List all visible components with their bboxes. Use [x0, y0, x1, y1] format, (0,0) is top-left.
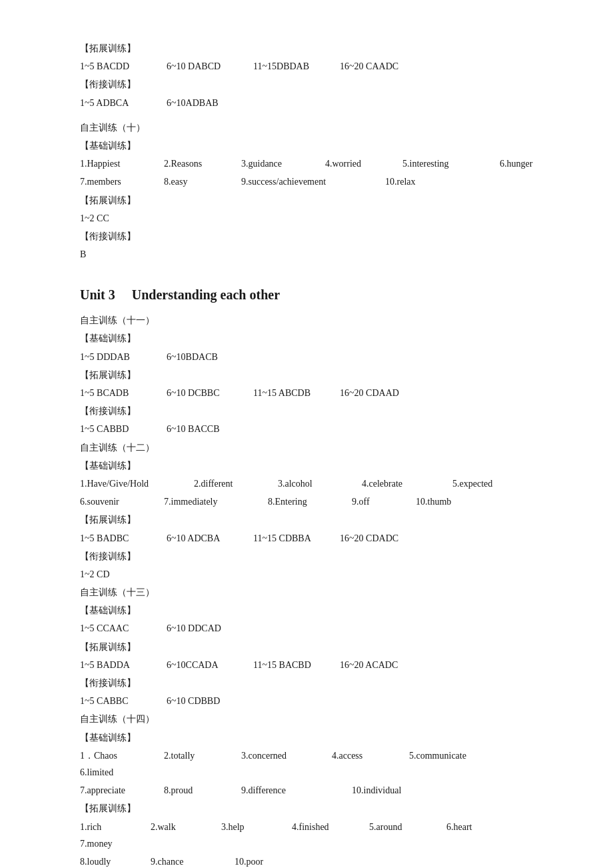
bracket-label: 【基础训练】	[80, 729, 533, 746]
answer-cell: 1~5 CABBD	[80, 421, 167, 437]
word-cell: 8.loudly	[80, 853, 140, 868]
answers-row: 1~5 CABBD 6~10 BACCB	[80, 421, 533, 437]
answers-row: 1~5 CABBC 6~10 CDBBD	[80, 693, 533, 709]
answers-row: 1~5 DDDAB 6~10BDACB	[80, 349, 533, 365]
bracket-label: 【拓展训练】	[80, 192, 533, 209]
bracket-label: 【拓展训练】	[80, 367, 533, 383]
answer-cell: 1~5 CCAAC	[80, 620, 167, 637]
answer-cell: 1~5 DDDAB	[80, 349, 167, 365]
word-cell: 5.interesting	[402, 155, 489, 172]
word-cell: 10.relax	[385, 173, 415, 190]
word-cell: 2.walk	[151, 819, 211, 835]
word-cell: 3.concerned	[241, 747, 321, 764]
word-cell: 2.different	[194, 475, 267, 492]
answer-cc: 1~2 CC	[80, 210, 533, 227]
bracket-label: 【衔接训练】	[80, 403, 533, 419]
document-body: 【拓展训练】 1~5 BACDD 6~10 DABCD 11~15DBDAB 1…	[80, 40, 533, 868]
bracket-label: 【基础训练】	[80, 330, 533, 347]
bracket-label: 【拓展训练】	[80, 800, 533, 817]
word-cell: 3.guidance	[241, 155, 314, 172]
section-title-14: 自主训练（十四）	[80, 711, 533, 727]
answer-cell: 16~20 CDAAD	[340, 385, 426, 401]
answers-row: 1~5 CCAAC 6~10 DDCAD	[80, 620, 533, 637]
word-cell: 10.individual	[352, 782, 401, 799]
word-cell: 10.poor	[235, 853, 263, 868]
word-cell: 3.help	[221, 819, 281, 835]
word-cell: 7.immediately	[164, 493, 257, 510]
answer-cell: 6~10 DCBBC	[167, 385, 253, 401]
word-cell: 1.rich	[80, 819, 140, 835]
word-cell: 5.communicate	[409, 747, 502, 764]
word-row-10b: 7.members 8.easy 9.success/achievement 1…	[80, 173, 533, 190]
word-cell: 4.worried	[325, 155, 392, 172]
word-row-14b: 7.appreciate 8.proud 9.difference 10.ind…	[80, 782, 533, 799]
bracket-label: 【拓展训练】	[80, 511, 533, 528]
answers-row-2: 1~5 ADBCA 6~10ADBAB	[80, 95, 533, 111]
word-cell: 4.access	[332, 747, 398, 764]
word-cell: 9.success/achievement	[241, 173, 374, 190]
answer-cell: 6~10 BACCB	[167, 421, 253, 437]
bracket-label: 【基础训练】	[80, 602, 533, 619]
word-row-12b: 6.souvenir 7.immediately 8.Entering 9.of…	[80, 493, 533, 510]
section-zi-zhu-10: 自主训练（十） 【基础训练】 1.Happiest 2.Reasons 3.gu…	[80, 119, 533, 263]
answer-cell: 11~15DBDAB	[253, 58, 340, 75]
answer-cell: 6~10 DDCAD	[167, 620, 253, 637]
word-cell: 6.hunger	[500, 155, 532, 172]
answers-row: 1~5 BADDA 6~10CCADA 11~15 BACBD 16~20 AC…	[80, 657, 533, 673]
answer-cell: 6~10BDACB	[167, 349, 253, 365]
answer-cell: 6~10CCADA	[167, 657, 253, 673]
word-cell: 1.Have/Give/Hold	[80, 475, 183, 492]
section-zi-zhu-11: 自主训练（十一） 【基础训练】 1~5 DDDAB 6~10BDACB 【拓展训…	[80, 312, 533, 437]
section-tuo-zhan-1: 【拓展训练】 1~5 BACDD 6~10 DABCD 11~15DBDAB 1…	[80, 40, 533, 111]
word-cell: 6.limited	[80, 764, 113, 781]
word-cell: 7.appreciate	[80, 782, 153, 799]
answer-cell: 1~5 BACDD	[80, 58, 167, 75]
word-cell: 4.finished	[292, 819, 358, 835]
section-title-13: 自主训练（十三）	[80, 584, 533, 601]
word-row-14a: 1．Chaos 2.totally 3.concerned 4.access 5…	[80, 747, 533, 781]
section-zi-zhu-13: 自主训练（十三） 【基础训练】 1~5 CCAAC 6~10 DDCAD 【拓展…	[80, 584, 533, 709]
section-title-12: 自主训练（十二）	[80, 439, 533, 456]
answer-cd: 1~2 CD	[80, 566, 533, 583]
section-zi-zhu-12: 自主训练（十二） 【基础训练】 1.Have/Give/Hold 2.diffe…	[80, 439, 533, 583]
answer-cell: 6~10 ADCBA	[167, 530, 253, 547]
answer-cell: 16~20 ACADC	[340, 657, 426, 673]
bracket-label: 【拓展训练】	[80, 639, 533, 655]
answers-row: 1~5 BCADB 6~10 DCBBC 11~15 ABCDB 16~20 C…	[80, 385, 533, 401]
bracket-label: 【衔接训练】	[80, 228, 533, 245]
bracket-label: 【基础训练】	[80, 137, 533, 154]
section-title-11: 自主训练（十一）	[80, 312, 533, 329]
answer-cell: 6~10 CDBBD	[167, 693, 253, 709]
word-cell: 9.difference	[241, 782, 341, 799]
word-cell: 8.proud	[164, 782, 231, 799]
answer-cell: 1~5 BCADB	[80, 385, 167, 401]
word-cell: 5.expected	[452, 475, 492, 492]
word-cell: 9.off	[352, 493, 405, 510]
answer-b: B	[80, 246, 533, 263]
section-title-10: 自主训练（十）	[80, 119, 533, 136]
answer-cell: 1~5 CABBC	[80, 693, 167, 709]
word-cell: 10.thumb	[416, 493, 451, 510]
unit3-heading: Unit 3 Understanding each other	[80, 283, 533, 307]
answer-cell: 11~15 CDBBA	[253, 530, 340, 547]
bracket-label: 【衔接训练】	[80, 548, 533, 565]
word-cell: 8.easy	[164, 173, 231, 190]
word-cell: 6.souvenir	[80, 493, 153, 510]
word-cell: 1.Happiest	[80, 155, 153, 172]
section-zi-zhu-14: 自主训练（十四） 【基础训练】 1．Chaos 2.totally 3.conc…	[80, 711, 533, 868]
bracket-label-1: 【拓展训练】	[80, 40, 533, 57]
bracket-label-2: 【衔接训练】	[80, 76, 533, 93]
word-cell: 9.chance	[151, 853, 224, 868]
word-cell: 2.totally	[164, 747, 231, 764]
answer-cell: 16~20 CDADC	[340, 530, 426, 547]
word-cell: 5.around	[369, 819, 436, 835]
word-row-14d: 8.loudly 9.chance 10.poor	[80, 853, 533, 868]
answer-cell: 1~5 ADBCA	[80, 95, 167, 111]
answers-row-1: 1~5 BACDD 6~10 DABCD 11~15DBDAB 16~20 CA…	[80, 58, 533, 75]
word-cell: 3.alcohol	[278, 475, 351, 492]
word-cell: 2.Reasons	[164, 155, 231, 172]
word-cell: 7.money	[80, 835, 113, 852]
word-cell: 6.heart	[446, 819, 506, 835]
word-cell: 1．Chaos	[80, 747, 153, 764]
word-cell: 4.celebrate	[362, 475, 442, 492]
